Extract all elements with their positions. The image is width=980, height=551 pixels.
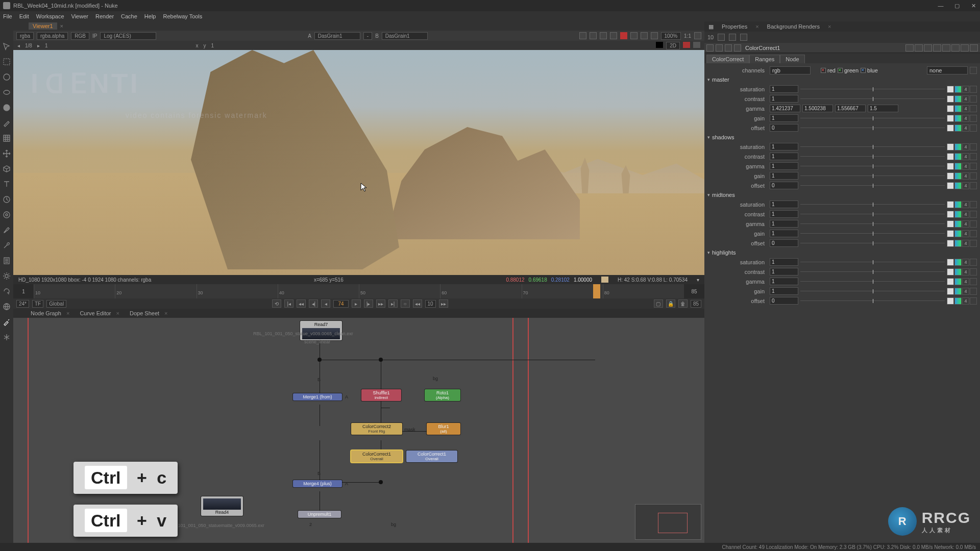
channel-blue-checkbox[interactable]: blue bbox=[861, 67, 878, 73]
knob-value-con[interactable]: 1 bbox=[770, 95, 798, 103]
knob-slider-off[interactable] bbox=[800, 240, 945, 246]
knob-slider-off[interactable] bbox=[800, 298, 945, 304]
knob-num-btn[interactable]: 4 bbox=[962, 259, 969, 266]
knob-curve-btn[interactable] bbox=[970, 95, 977, 103]
tab-bgrenders[interactable]: Background Renders bbox=[765, 23, 822, 30]
knob-anim-btn[interactable] bbox=[954, 182, 962, 189]
viewer-mode-2d[interactable]: 2D bbox=[666, 42, 680, 49]
node-dot[interactable] bbox=[379, 480, 383, 484]
tab-properties[interactable]: Properties bbox=[720, 23, 749, 30]
tool-move-icon[interactable] bbox=[2, 149, 11, 158]
knob-value-sat[interactable]: 1 bbox=[770, 85, 798, 93]
knob-num-btn[interactable]: 4 bbox=[962, 182, 969, 189]
node-colorcorrect1b[interactable]: ColorCorrect1 Overall bbox=[406, 450, 457, 462]
knob-color-btn[interactable] bbox=[947, 153, 954, 160]
knob-curve-btn[interactable] bbox=[970, 278, 977, 285]
knob-value-gain[interactable]: 1 bbox=[770, 172, 798, 180]
channels-select[interactable]: rgb bbox=[770, 66, 811, 74]
node-roto1[interactable]: Roto1 (Alpha) bbox=[425, 389, 460, 401]
node-colorcorrect2[interactable]: ColorCorrect2 Front Rig bbox=[351, 423, 402, 435]
timeline[interactable]: 1 10 20 30 40 50 60 70 80 85 bbox=[13, 284, 704, 298]
knob-anim-btn[interactable] bbox=[954, 220, 962, 228]
knob-curve-btn[interactable] bbox=[970, 182, 977, 189]
knob-curve-btn[interactable] bbox=[970, 211, 977, 218]
tool-text-icon[interactable] bbox=[2, 180, 11, 189]
play-stop-icon[interactable]: ○ bbox=[401, 299, 410, 308]
node-header-btn[interactable] bbox=[961, 44, 969, 52]
section-midtones[interactable]: midtones bbox=[707, 190, 977, 199]
play-endframe[interactable]: 85 bbox=[691, 300, 701, 308]
viewer-swatch-red[interactable] bbox=[683, 42, 690, 48]
viewer-swatch-grey[interactable] bbox=[693, 42, 700, 48]
play-first-icon[interactable]: |◂ bbox=[284, 299, 293, 308]
knob-slider-gain[interactable] bbox=[800, 173, 945, 179]
tool-circle-icon[interactable] bbox=[2, 72, 11, 82]
knob-color-btn[interactable] bbox=[947, 278, 954, 285]
node-close-icon[interactable] bbox=[970, 44, 978, 52]
knob-color-btn[interactable] bbox=[947, 220, 954, 228]
mask-select[interactable]: none bbox=[927, 66, 968, 74]
viewer-input-b-select[interactable]: DasGrain1 bbox=[382, 32, 428, 40]
tab-curveeditor[interactable]: Curve Editor bbox=[78, 310, 113, 317]
viewer-icon-1[interactable] bbox=[579, 32, 586, 39]
tool-ellipse-icon[interactable] bbox=[2, 88, 11, 97]
knob-anim-btn[interactable] bbox=[954, 172, 962, 180]
viewer-icon-4[interactable] bbox=[610, 32, 617, 39]
tab-close-icon[interactable]: × bbox=[828, 23, 831, 30]
menu-rebelway[interactable]: Rebelway Tools bbox=[163, 13, 202, 19]
knob-value-off[interactable]: 0 bbox=[770, 239, 798, 247]
knob-slider-sat[interactable] bbox=[800, 202, 945, 208]
knob-color-btn[interactable] bbox=[947, 105, 954, 112]
viewer-swatch-black[interactable] bbox=[656, 42, 663, 48]
knob-slider-gam[interactable] bbox=[800, 221, 945, 227]
knob-anim-btn[interactable] bbox=[954, 268, 962, 276]
tool-gear-icon[interactable] bbox=[2, 271, 11, 281]
node-header-icon[interactable] bbox=[706, 44, 714, 52]
knob-anim-btn[interactable] bbox=[954, 297, 962, 305]
knob-slider-sat[interactable] bbox=[800, 144, 945, 150]
knob-value-con[interactable]: 1 bbox=[770, 268, 798, 276]
knob-slider-con[interactable] bbox=[800, 96, 945, 102]
viewer-lut-select[interactable]: Log (ACES) bbox=[100, 32, 156, 40]
knob-color-btn[interactable] bbox=[947, 124, 954, 132]
menu-edit[interactable]: Edit bbox=[19, 13, 29, 19]
viewer-alpha-select[interactable]: rgba.alpha bbox=[37, 32, 68, 40]
play-skipfwd-icon[interactable]: ▸▸ bbox=[439, 299, 448, 308]
section-shadows[interactable]: shadows bbox=[707, 133, 977, 142]
knob-slider-gain[interactable] bbox=[800, 231, 945, 237]
node-blur1[interactable]: Blur1 (all) bbox=[427, 423, 460, 435]
knob-value-sat[interactable]: 1 bbox=[770, 201, 798, 208]
props-pen-icon[interactable] bbox=[740, 34, 747, 41]
node-header-icon[interactable] bbox=[734, 44, 741, 52]
play-back-icon[interactable]: ◂ bbox=[321, 299, 330, 308]
viewer-nav-prev-icon[interactable]: ◂ bbox=[17, 43, 20, 48]
tool-ring-icon[interactable] bbox=[2, 210, 11, 219]
knob-value-gam-g[interactable]: 1.500238 bbox=[802, 105, 833, 112]
knob-color-btn[interactable] bbox=[947, 163, 954, 170]
knob-curve-btn[interactable] bbox=[970, 220, 977, 228]
play-lock-icon[interactable]: 🔒 bbox=[666, 299, 675, 308]
node-header-icon[interactable] bbox=[725, 44, 732, 52]
tool-select-icon[interactable] bbox=[2, 42, 11, 51]
knob-curve-btn[interactable] bbox=[970, 105, 977, 112]
knob-num-btn[interactable]: 4 bbox=[962, 163, 969, 170]
knob-curve-btn[interactable] bbox=[970, 259, 977, 266]
play-trash-icon[interactable]: 🗑 bbox=[678, 299, 688, 308]
knob-slider-gam[interactable] bbox=[800, 163, 945, 169]
timeline-end[interactable]: 85 bbox=[684, 284, 704, 298]
knob-curve-btn[interactable] bbox=[970, 124, 977, 132]
section-highlights[interactable]: highlights bbox=[707, 248, 977, 257]
viewer-icon-3[interactable] bbox=[600, 32, 607, 39]
play-skipback-icon[interactable]: ◂◂ bbox=[413, 299, 422, 308]
knob-num-btn[interactable]: 4 bbox=[962, 86, 969, 93]
knob-anim-btn[interactable] bbox=[954, 163, 962, 170]
knob-slider-con[interactable] bbox=[800, 269, 945, 275]
viewer-refresh-icon[interactable] bbox=[641, 32, 648, 39]
knob-color-btn[interactable] bbox=[947, 240, 954, 247]
knob-slider-gam[interactable] bbox=[800, 279, 945, 285]
node-header-btn[interactable] bbox=[905, 44, 914, 52]
viewer-layer-select[interactable]: rgba bbox=[16, 32, 34, 40]
tf-select[interactable]: TF bbox=[32, 300, 43, 308]
node-header-btn[interactable] bbox=[951, 44, 960, 52]
knob-value-gam[interactable]: 1 bbox=[770, 162, 798, 170]
